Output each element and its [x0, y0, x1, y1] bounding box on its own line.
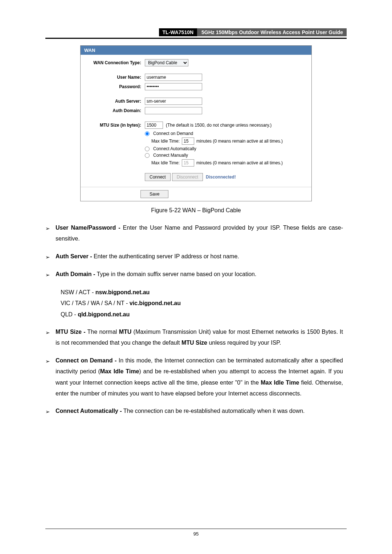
password-input[interactable]: [145, 83, 202, 90]
max-idle-time-input-2[interactable]: [182, 159, 194, 167]
bullet-user-pass: ➢ User Name/Password - Enter the User Na…: [45, 222, 343, 245]
figure-caption: Figure 5-22 WAN – BigPond Cable: [45, 207, 347, 214]
bullet-mtu-size: ➢ MTU Size - The normal MTU (Maximum Tra…: [45, 327, 343, 349]
idle-post-1: minutes (0 means remain active at all ti…: [196, 139, 283, 144]
username-input[interactable]: [145, 74, 202, 81]
bullet-connect-on-demand: ➢ Connect on Demand - In this mode, the …: [45, 355, 343, 399]
label-auth-server: Auth Server:: [85, 99, 145, 104]
bullet-marker-icon: ➢: [45, 355, 56, 399]
bullet-marker-icon: ➢: [45, 269, 56, 280]
label-conn-type: WAN Connection Type:: [85, 60, 145, 65]
bullet-auth-domain: ➢ Auth Domain - Type in the domain suffi…: [45, 269, 343, 280]
save-button[interactable]: Save: [140, 190, 168, 198]
idle-pre-2: Max Idle Time:: [151, 160, 180, 165]
idle-pre-1: Max Idle Time:: [151, 139, 180, 144]
bullet-auth-server: ➢ Auth Server - Enter the authenticating…: [45, 251, 343, 263]
disconnect-button[interactable]: Disconnect: [172, 173, 203, 181]
header-rule: [45, 38, 347, 39]
doc-header: TL-WA7510N 5GHz 150Mbps Outdoor Wireless…: [45, 28, 347, 36]
bullet-marker-icon: ➢: [45, 251, 56, 263]
footer-rule: [45, 529, 347, 529]
domain-list: NSW / ACT - nsw.bigpond.net.au VIC / TAS…: [61, 287, 343, 320]
label-username: User Name:: [85, 75, 145, 80]
wan-settings-panel: WAN WAN Connection Type: BigPond Cable U…: [80, 45, 312, 201]
idle-post-2: minutes (0 means remain active at all ti…: [196, 160, 283, 165]
bullet-connect-automatically: ➢ Connect Automatically - The connection…: [45, 406, 343, 417]
bullet-marker-icon: ➢: [45, 406, 56, 417]
bullet-marker-icon: ➢: [45, 327, 56, 349]
bullet-marker-icon: ➢: [45, 222, 56, 245]
radio-label-auto: Connect Automatically: [153, 146, 196, 151]
radio-connect-on-demand[interactable]: [145, 131, 150, 136]
wan-connection-type-select[interactable]: BigPond Cable: [145, 59, 188, 66]
label-mtu: MTU Size (in bytes):: [85, 123, 145, 128]
page-number: 95: [45, 531, 347, 537]
auth-server-input[interactable]: [145, 98, 202, 105]
radio-label-manual: Connect Manually: [153, 153, 188, 158]
max-idle-time-input-1[interactable]: [182, 138, 194, 145]
radio-connect-manually[interactable]: [145, 153, 150, 158]
label-password: Password:: [85, 84, 145, 89]
radio-connect-automatically[interactable]: [145, 147, 150, 151]
header-model: TL-WA7510N: [159, 28, 197, 36]
auth-domain-input[interactable]: [145, 107, 202, 114]
label-auth-domain: Auth Domain:: [85, 108, 145, 113]
header-title: 5GHz 150Mbps Outdoor Wireless Access Poi…: [197, 28, 347, 36]
panel-title: WAN: [81, 46, 311, 55]
connection-status: Disconnected!: [206, 175, 236, 180]
mtu-input[interactable]: [145, 122, 163, 129]
radio-label-on-demand: Connect on Demand: [153, 131, 193, 136]
connect-button[interactable]: Connect: [145, 173, 171, 181]
mtu-note: (The default is 1500, do not change unle…: [166, 123, 271, 128]
